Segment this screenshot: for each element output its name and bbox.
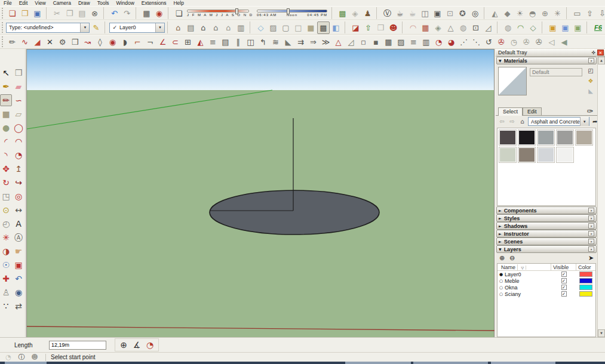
scroll-up-button[interactable]: ▲ [598,57,605,64]
rotate-tool[interactable]: ↻ [0,177,12,189]
circle-face[interactable] [210,190,379,235]
double-box-icon[interactable]: ❒ [69,36,81,48]
frame-buffer-icon[interactable]: ◫ [419,7,431,20]
shaded-style-icon[interactable]: ■ [305,21,317,34]
menu-item[interactable]: Edit [16,0,32,6]
menu-item[interactable]: Tools [94,0,113,6]
drape-icon[interactable]: ◍ [457,21,469,34]
section-layers[interactable]: ▼ Layers ✕ [496,245,597,253]
cylinder-mesh-icon[interactable]: ⊞ [182,36,194,48]
import-proxy-icon[interactable]: ⇩ [596,7,605,20]
pencil-box-icon[interactable]: ✏ [6,36,19,48]
locked-buffer-icon[interactable]: ⊡ [444,7,456,20]
model-info-icon[interactable]: ◉ [153,7,165,20]
two-point-arc-tool[interactable]: ◠ [13,135,24,147]
material-swatch[interactable] [537,147,555,163]
info-icon[interactable]: ⓘ [17,353,26,362]
layer-name[interactable]: Layer0 [505,272,551,277]
shadow-time-slider[interactable]: 06:43 AM Noon 04:45 PM [257,10,327,17]
right-view-icon[interactable]: ⌂ [210,21,222,34]
hidden-line-style-icon[interactable]: □ [292,21,305,34]
cube-x-icon[interactable]: ◪ [349,21,362,34]
movie-camera-red-icon[interactable]: ✇ [495,36,508,48]
time-slider-track[interactable] [257,10,327,13]
cut-icon[interactable]: ✂ [51,7,63,20]
material-swatch[interactable] [556,129,574,146]
tray-scrollbar[interactable]: ▲ ▼ [597,57,605,337]
gear-polygon-icon[interactable]: ⚙ [56,36,69,48]
iso-view-icon[interactable]: ⌂ [172,21,185,34]
menu-item[interactable]: Camera [50,0,75,6]
rectangle-tool[interactable]: ■ [0,108,12,120]
axes-tool[interactable]: ✳ [0,232,12,243]
taskbar-segment[interactable] [491,362,555,364]
collapse-arrow-icon[interactable]: ▼ [499,247,502,251]
os-taskbar[interactable] [0,362,605,364]
measurement-input[interactable] [49,341,106,350]
section-styles[interactable]: ► Styles ✕ [496,214,597,222]
shadow-toggle-icon[interactable]: ❏ [173,7,185,20]
layer-color-chip[interactable] [579,291,592,297]
column-panel-icon[interactable]: ▥ [420,36,432,48]
infinite-plane-icon[interactable]: ▭ [571,7,583,20]
layer-color-chip[interactable] [579,272,592,277]
expand-arrow-icon[interactable]: ► [499,239,502,243]
layer-row[interactable]: ○ Sciany ✓ [497,291,595,297]
chaos-cosmos-icon[interactable]: ◎ [469,7,481,20]
layer-visible-checkbox[interactable]: ✓ [551,285,576,290]
stairs-large-icon[interactable]: ▤ [219,36,232,48]
red-terrain-icon[interactable]: △ [332,36,345,48]
f6-tool-icon[interactable]: F6 [591,24,605,31]
cone-light-icon[interactable]: ◭ [489,7,501,20]
erase-icon[interactable]: ⊗ [88,7,101,20]
corner-export-icon[interactable]: ↰ [257,36,269,48]
material-swatch[interactable] [537,129,555,146]
save-icon[interactable]: ▣ [31,7,44,20]
active-layer-combo[interactable]: ✓ Layer0 ▼ [109,23,164,33]
wedge-icon[interactable]: ◣ [282,36,294,48]
month-slider-track[interactable] [187,10,249,13]
walk-tool[interactable]: ∵ [0,300,12,312]
top-view-icon[interactable]: ▤ [185,21,197,34]
add-location-icon[interactable]: ▩ [336,7,349,20]
curved-face-icon[interactable]: ◗ [119,36,131,48]
eraser-tool[interactable]: ▰ [13,81,24,92]
zoom-tool[interactable]: ☉ [0,259,12,271]
add-detail-icon[interactable]: ⊡ [469,21,482,34]
layers-close-button[interactable]: ✕ [588,246,594,252]
collapse-arrow-icon[interactable]: ▼ [499,58,502,63]
batch-render-icon[interactable]: ▣ [431,7,444,20]
bezier-curve-icon[interactable]: ∿ [19,36,31,48]
offset-tool[interactable]: ◎ [13,190,24,202]
pan-tool[interactable]: ☛ [13,245,24,257]
angle-tool-icon[interactable]: ∠ [156,36,169,48]
from-scratch-icon[interactable]: ▦ [419,21,432,34]
column-color[interactable]: Color [576,264,595,271]
back-edges-style-icon[interactable]: ▨ [267,21,280,34]
new-file-icon[interactable]: ❏ [6,7,19,20]
vray-logo-icon[interactable]: Ⓥ [381,7,394,20]
print-icon[interactable]: ▦ [140,7,153,20]
layer-radio[interactable]: ○ [497,279,505,283]
material-swatch[interactable] [499,129,517,146]
scroll-down-button[interactable]: ▼ [598,329,605,337]
tray-close-button[interactable]: ✕ [597,50,604,55]
material-collection-combo[interactable]: Asphalt and Concrete ▼ [528,117,589,126]
layer-radio[interactable]: ○ [497,292,505,297]
dome-mesh-icon[interactable]: ◍ [502,21,514,34]
section-close-button[interactable]: ✕ [588,223,594,229]
taskbar-segment[interactable] [5,362,47,364]
follow-me-tool[interactable]: ↪ [13,177,24,189]
paint-bucket-tool[interactable]: ✒ [0,81,12,92]
position-camera-tool[interactable]: ♙ [0,286,12,298]
section-components[interactable]: ► Components ✕ [496,206,597,214]
corner-line-icon[interactable]: ⌐ [131,36,144,48]
columns-icon[interactable]: ∥ [232,36,244,48]
create-material-icon[interactable]: ❖ [586,77,595,85]
move-tool[interactable]: ✥ [0,163,12,175]
stamp-icon[interactable]: △ [444,21,457,34]
scrollbar-track[interactable] [598,64,605,329]
tab-edit[interactable]: Edit [523,107,542,115]
export-proxy-icon[interactable]: ⇧ [583,7,596,20]
material-swatch[interactable] [518,147,536,163]
